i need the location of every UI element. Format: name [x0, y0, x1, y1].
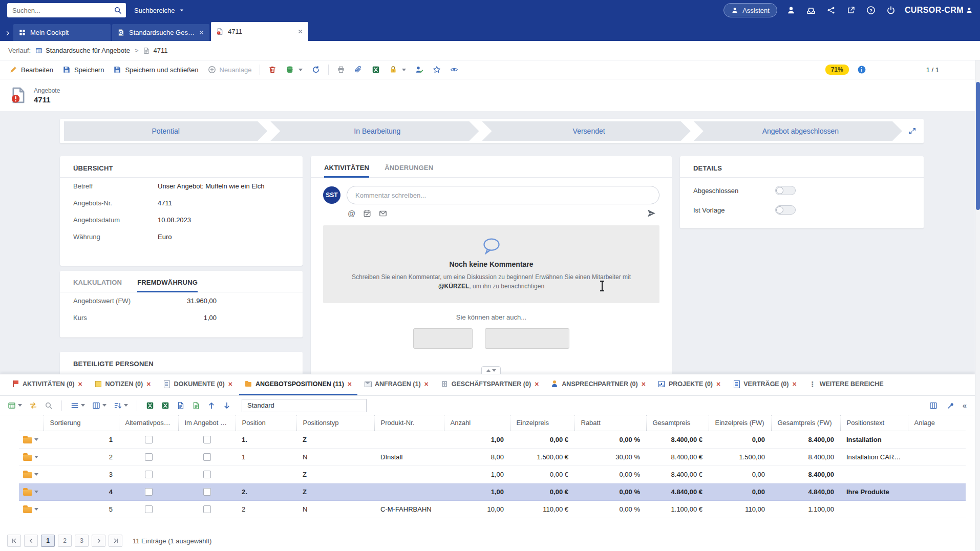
position-row[interactable]: 21NDInstall8,001.500,00 €30,00 %8.400,00… [19, 448, 966, 465]
quick-action-button-stub[interactable] [485, 328, 569, 349]
user-profile-icon[interactable] [785, 4, 797, 16]
assistant-button[interactable]: Assistent [723, 3, 777, 17]
print-button[interactable] [333, 63, 349, 76]
row-menu-caret-icon[interactable] [34, 456, 38, 458]
col-gesamtpreis-fw[interactable]: Gesamtpreis (FW) [771, 415, 840, 431]
task-icon[interactable] [363, 209, 371, 218]
folder-icon[interactable] [23, 490, 32, 496]
close-icon[interactable] [199, 30, 204, 35]
tab-standardsuche-gesc[interactable]: Standardsuche Gesc... [112, 24, 209, 41]
column-config-icon[interactable] [928, 399, 939, 412]
row-menu-caret-icon[interactable] [34, 438, 38, 441]
close-icon[interactable]: × [78, 380, 82, 388]
previous-page-button[interactable] [24, 535, 38, 547]
position-row[interactable]: 11.Z1,000,00 €0,00 %8.400,00 €0,008.400,… [19, 431, 966, 448]
page-button-1[interactable]: 1 [41, 535, 55, 547]
favorite-star-button[interactable] [429, 63, 445, 76]
row-checkbox[interactable] [145, 505, 153, 513]
position-row[interactable]: 3Z1,000,00 €0,00 %8.400,00 €0,008.400,00 [19, 465, 966, 483]
search-areas-dropdown[interactable]: Suchbereiche [134, 7, 185, 14]
bottom-tab-ansprechpartner[interactable]: ANSPRECHPARTNER (0)× [545, 374, 651, 395]
inbox-icon[interactable] [805, 4, 817, 16]
toggle-ist-vorlage[interactable] [775, 205, 796, 215]
col-rabatt[interactable]: Rabatt [574, 415, 646, 431]
row-checkbox[interactable] [203, 488, 211, 496]
open-external-icon[interactable] [845, 4, 857, 16]
info-icon[interactable] [856, 63, 868, 76]
next-page-button[interactable] [92, 535, 105, 547]
share-icon[interactable] [825, 4, 837, 16]
row-checkbox[interactable] [145, 488, 153, 496]
close-icon[interactable]: × [348, 380, 352, 388]
grid-view-selector[interactable] [242, 399, 367, 412]
grid-sort-button[interactable] [112, 399, 130, 412]
grid-add-row-button[interactable] [6, 399, 24, 412]
close-icon[interactable]: × [792, 380, 796, 388]
process-step-angebot-abgeschlossen[interactable]: Angebot abgeschlossen [694, 121, 902, 141]
search-input[interactable] [7, 7, 110, 14]
pin-panel-icon[interactable] [945, 399, 956, 412]
database-actions-button[interactable] [282, 63, 307, 76]
col-sortierung[interactable]: Sortierung [44, 415, 119, 431]
row-checkbox[interactable] [203, 436, 211, 443]
process-step-potential[interactable]: Potential [64, 121, 267, 141]
grid-search-button[interactable] [43, 399, 54, 412]
grid-group-button[interactable] [91, 399, 108, 412]
attachment-button[interactable] [350, 63, 367, 76]
close-icon[interactable]: × [642, 380, 646, 388]
close-icon[interactable] [297, 29, 303, 34]
col-anzahl[interactable]: Anzahl [444, 415, 510, 431]
assign-user-button[interactable] [411, 63, 428, 76]
next-record-icon[interactable] [943, 63, 955, 76]
new-record-button[interactable]: Neuanlage [204, 63, 256, 76]
row-checkbox[interactable] [145, 471, 153, 478]
excel-import-icon[interactable] [160, 399, 171, 412]
row-checkbox[interactable] [203, 471, 211, 478]
quick-action-button-stub[interactable] [413, 328, 473, 349]
comment-input[interactable] [347, 186, 659, 204]
expand-process-icon[interactable] [905, 127, 920, 135]
save-button[interactable]: Speichern [58, 63, 109, 76]
menu-icon[interactable] [875, 63, 887, 76]
bottom-tab-vertr-ge[interactable]: VERTRÄGE (0)× [727, 374, 802, 395]
position-row[interactable]: 52NC-M-FAHRBAHN10,00110,00 €0,00 %1.100,… [19, 500, 966, 518]
page-button-2[interactable]: 2 [58, 535, 72, 547]
col-einzelpreis-fw[interactable]: Einzelpreis (FW) [709, 415, 771, 431]
process-step-in-bearbeitung[interactable]: In Bearbeitung [270, 121, 479, 141]
watch-button[interactable] [446, 63, 462, 76]
close-icon[interactable]: × [535, 380, 539, 388]
help-icon[interactable] [865, 4, 877, 16]
tab-nderungen[interactable]: ÄNDERUNGEN [385, 164, 433, 178]
bottom-tab-anfragen[interactable]: ANFRAGEN (1)× [358, 374, 434, 395]
history-back-icon[interactable] [941, 45, 953, 57]
tab-aktivit-ten[interactable]: AKTIVITÄTEN [324, 164, 369, 178]
folder-icon[interactable] [23, 507, 32, 513]
collapse-panel-icon[interactable]: « [963, 401, 967, 410]
last-record-icon[interactable] [960, 63, 972, 76]
folder-icon[interactable] [23, 437, 32, 443]
folder-icon[interactable] [23, 472, 32, 478]
excel-export-icon[interactable] [144, 399, 156, 412]
row-menu-caret-icon[interactable] [34, 473, 38, 476]
panel-collapse-handle[interactable] [481, 366, 501, 374]
last-page-button[interactable] [109, 535, 122, 547]
col-alternativposition[interactable]: Alternativposition [119, 415, 178, 431]
col-einzelpreis[interactable]: Einzelpreis [510, 415, 574, 431]
save-close-button[interactable]: Speichern und schließen [109, 63, 202, 76]
close-icon[interactable]: × [228, 380, 232, 388]
row-menu-caret-icon[interactable] [34, 491, 38, 493]
position-row[interactable]: 42.Z1,000,00 €0,00 %4.840,00 €0,004.840,… [19, 483, 966, 500]
lock-button[interactable] [385, 63, 410, 76]
row-checkbox[interactable] [203, 505, 211, 513]
move-row-up-icon[interactable] [206, 399, 217, 412]
bottom-tab-projekte[interactable]: PROJEKTE (0)× [652, 374, 726, 395]
close-icon[interactable]: × [146, 380, 151, 388]
col-positionstyp[interactable]: Positionstyp [296, 415, 374, 431]
col-im-angebot-vers[interactable]: Im Angebot vers... [178, 415, 236, 431]
bottom-tab-weitere-bereiche[interactable]: ⋮ WEITERE BEREICHE [803, 374, 889, 395]
toggle-abgeschlossen[interactable] [775, 186, 796, 195]
grid-view-menu-button[interactable] [69, 399, 87, 412]
breadcrumb-parent[interactable]: Standardsuche für Angebote [35, 47, 130, 54]
first-record-icon[interactable] [893, 63, 906, 76]
col-produkt-nr[interactable]: Produkt-Nr. [374, 415, 444, 431]
